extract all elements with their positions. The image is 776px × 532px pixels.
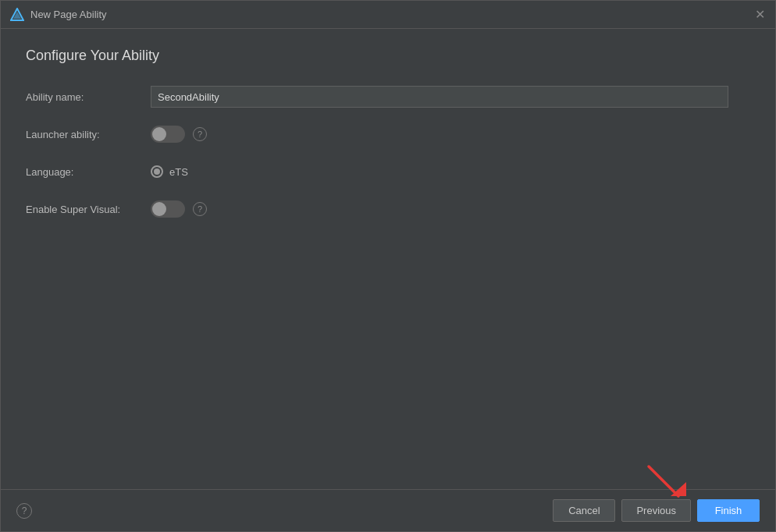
launcher-ability-value: ?	[151, 126, 207, 143]
super-visual-slider	[151, 200, 185, 218]
dialog-title: New Page Ability	[30, 9, 107, 20]
super-visual-value: ?	[151, 200, 207, 218]
content-area: Configure Your Ability Ability name: Lau…	[1, 29, 775, 489]
global-help-icon[interactable]: ?	[16, 503, 32, 519]
app-logo-icon	[10, 8, 24, 22]
ability-name-label: Ability name:	[26, 91, 151, 103]
ability-name-value	[151, 86, 728, 108]
bottom-right: Cancel Previous Finish	[553, 499, 760, 522]
language-radio-ets[interactable]	[151, 165, 163, 178]
super-visual-label: Enable Super Visual:	[26, 204, 151, 215]
title-bar: New Page Ability ✕	[1, 1, 775, 29]
ability-name-input[interactable]	[151, 86, 728, 108]
language-value: eTS	[151, 165, 188, 178]
launcher-ability-slider	[151, 126, 185, 143]
super-visual-toggle[interactable]	[151, 200, 185, 218]
title-bar-left: New Page Ability	[10, 8, 107, 22]
language-ets-label: eTS	[169, 166, 188, 178]
launcher-ability-toggle[interactable]	[151, 126, 185, 143]
super-visual-row: Enable Super Visual: ?	[26, 198, 750, 220]
close-button[interactable]: ✕	[753, 9, 766, 21]
dialog: New Page Ability ✕ Configure Your Abilit…	[0, 0, 776, 532]
cancel-button[interactable]: Cancel	[553, 499, 615, 522]
page-title: Configure Your Ability	[26, 48, 750, 64]
content-spacer	[26, 236, 750, 470]
previous-button[interactable]: Previous	[621, 499, 691, 522]
finish-button[interactable]: Finish	[697, 499, 760, 522]
launcher-ability-label: Launcher ability:	[26, 129, 151, 140]
launcher-ability-row: Launcher ability: ?	[26, 123, 750, 145]
bottom-bar: ? Cancel Previous Finish	[1, 489, 775, 531]
bottom-left: ?	[16, 503, 32, 519]
launcher-ability-help-icon[interactable]: ?	[193, 127, 207, 141]
language-row: Language: eTS	[26, 161, 750, 183]
language-label: Language:	[26, 166, 151, 178]
ability-name-row: Ability name:	[26, 86, 750, 108]
super-visual-help-icon[interactable]: ?	[193, 202, 207, 216]
